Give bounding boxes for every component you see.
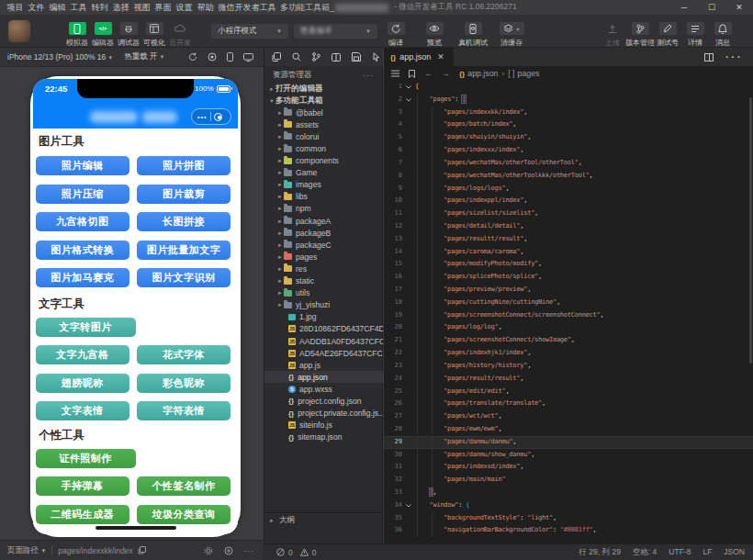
tree-item-static[interactable]: ▸static — [264, 275, 383, 287]
hot-reload-toggle[interactable]: 热重载 开▼ — [117, 51, 168, 62]
breadcrumb-node[interactable]: pages — [518, 69, 540, 78]
tree-item-res[interactable]: ▸res — [264, 263, 383, 274]
tree-section[interactable]: ▾多功能工具箱 — [264, 95, 383, 106]
tool-button[interactable]: 证件照制作 — [36, 449, 136, 468]
tree-item-1.jpg[interactable]: 1.jpg — [264, 311, 383, 323]
tool-button[interactable]: 长图拼接 — [137, 212, 230, 231]
编译-button[interactable]: 编译 — [376, 22, 415, 48]
device-select[interactable]: iPhone 12/13 (Pro) 100% 16▼ — [0, 52, 117, 62]
editor-scrollbar[interactable] — [749, 97, 752, 364]
tree-item-libs[interactable]: ▸libs — [264, 191, 383, 203]
user-avatar[interactable] — [8, 20, 30, 42]
nav-back-icon[interactable]: ← — [424, 69, 433, 78]
测试号-button[interactable]: 测试号 — [654, 22, 681, 48]
copy-icon[interactable] — [138, 546, 146, 554]
menu-item[interactable]: 选择 — [110, 0, 131, 15]
more-icon[interactable]: ··· — [244, 546, 255, 555]
tool-button[interactable]: 二维码生成器 — [36, 505, 129, 524]
tool-button[interactable]: 文字表情 — [36, 401, 129, 420]
language-mode[interactable]: JSON — [724, 547, 745, 558]
tree-item-project.config.json[interactable]: {}project.config.json — [264, 395, 383, 407]
tool-button[interactable]: 照片压缩 — [36, 185, 129, 204]
tool-button[interactable]: 文字九宫格 — [36, 345, 129, 364]
tool-button[interactable]: 花式字体 — [137, 345, 230, 364]
tree-item-npm[interactable]: ▸npm — [264, 203, 383, 215]
版本管理-button[interactable]: 版本管理 — [626, 22, 654, 48]
minimize-button[interactable]: ─ — [670, 0, 698, 15]
tree-item-packageC[interactable]: ▸packageC — [264, 239, 383, 251]
tool-button[interactable]: 字符表情 — [137, 401, 230, 420]
tree-item-28D10862FD6437CF4D...[interactable]: JS28D10862FD6437CF4D... — [264, 323, 383, 335]
outline-section[interactable]: ▸大纲 — [264, 512, 383, 527]
encoding[interactable]: UTF-8 — [669, 547, 691, 558]
menu-item[interactable]: 界面 — [152, 0, 174, 15]
tree-item-yj_yishuzi[interactable]: ▸yj_yishuzi — [264, 299, 383, 311]
mode-select[interactable]: 小程序模式▼ — [211, 24, 288, 39]
menu-item[interactable]: 文件 — [26, 0, 47, 15]
tree-item-assets[interactable]: ▸assets — [264, 118, 383, 130]
tree-item-siteinfo.js[interactable]: JSsiteinfo.js — [264, 420, 383, 431]
menu-item[interactable]: 设置 — [174, 0, 195, 15]
模拟器-button[interactable]: 模拟器 — [64, 22, 90, 48]
真机调试-button[interactable]: 真机调试 — [454, 22, 492, 48]
可视化-button[interactable]: 可视化 — [141, 22, 167, 48]
menu-item[interactable]: 转到 — [89, 0, 110, 15]
详情-button[interactable]: 详情 — [681, 22, 709, 48]
tree-item-app.wxss[interactable]: Sapp.wxss — [264, 383, 383, 395]
tool-button[interactable]: 彩色昵称 — [137, 374, 230, 393]
tab-app-json[interactable]: {} app.json ✕ — [384, 48, 454, 66]
menu-item[interactable]: 帮助 — [195, 0, 216, 15]
menu-item[interactable]: 编辑 — [47, 0, 68, 15]
compile-mode-select[interactable]: 普通编译▼ — [294, 24, 377, 39]
调试器-button[interactable]: 调试器 — [116, 22, 141, 48]
more-actions-icon[interactable]: ··· — [363, 71, 383, 80]
tree-item-pages[interactable]: ▸pages — [264, 251, 383, 263]
tree-item-colorui[interactable]: ▸colorui — [264, 130, 383, 142]
capsule-menu[interactable]: ••• — [191, 108, 231, 125]
编辑器-button[interactable]: </>编辑器 — [90, 22, 116, 48]
tool-button[interactable]: 图片裁剪 — [137, 185, 230, 204]
indent-setting[interactable]: 空格: 4 — [633, 547, 657, 558]
tree-item-Game[interactable]: ▸Game — [264, 167, 383, 179]
close-tab-icon[interactable]: ✕ — [437, 52, 444, 62]
tree-item-packageB[interactable]: ▸packageB — [264, 227, 383, 239]
menu-item[interactable]: 项目 — [5, 0, 26, 15]
tool-button[interactable]: 文字转图片 — [36, 318, 136, 337]
menu-item[interactable]: 工具 — [68, 0, 89, 15]
tree-item-project.private.config.js...[interactable]: {}project.private.config.js... — [264, 408, 383, 420]
tree-item-AD54AE26FD6437CFC...[interactable]: JSAD54AE26FD6437CFC... — [264, 347, 383, 359]
errors-icon[interactable] — [276, 548, 285, 556]
云开发-button[interactable]: 云开发 — [167, 22, 193, 48]
tool-button[interactable]: 翅膀昵称 — [36, 374, 129, 393]
split-editor-icon[interactable] — [704, 53, 714, 62]
tree-item-common[interactable]: ▸common — [264, 142, 383, 154]
menu-item[interactable]: 微信开发者工具 — [216, 0, 278, 15]
tree-item-AADDB1A0FD6437CFC...[interactable]: JSAADDB1A0FD6437CFC... — [264, 335, 383, 347]
预览-button[interactable]: 预览 — [415, 22, 454, 48]
清缓存-button[interactable]: ▾清缓存 — [492, 22, 531, 48]
tree-item-components[interactable]: ▸components — [264, 155, 383, 167]
消息-button[interactable]: 消息 — [709, 22, 736, 48]
menu-item[interactable]: 视图 — [131, 0, 152, 15]
nav-forward-icon[interactable]: → — [442, 69, 450, 78]
eol[interactable]: LF — [702, 547, 712, 558]
page-path-label[interactable]: 页面路径 ▼ — [0, 545, 46, 556]
tree-item-utils[interactable]: ▸utils — [264, 287, 383, 299]
code-area[interactable]: 1{2"pages": [3"pages/indexxkk/index",4"p… — [384, 81, 753, 543]
tree-item-images[interactable]: ▸images — [264, 179, 383, 191]
tool-button[interactable]: 图片批量加文字 — [137, 241, 230, 260]
warnings-icon[interactable] — [300, 548, 309, 556]
tree-item-sitemap.json[interactable]: {}sitemap.json — [264, 431, 383, 443]
tree-item-app.js[interactable]: JSapp.js — [264, 359, 383, 371]
tree-item-@babel[interactable]: ▸@babel — [264, 106, 383, 118]
tool-button[interactable]: 图片格式转换 — [36, 241, 129, 260]
breadcrumb-file[interactable]: app.json — [467, 69, 498, 78]
上传-button[interactable]: 上传 — [599, 22, 626, 48]
tree-item-app.json[interactable]: {}app.json — [264, 371, 383, 383]
tree-section[interactable]: ▸打开的编辑器 — [264, 83, 383, 95]
close-button[interactable]: ✕ — [725, 0, 753, 15]
tool-button[interactable]: 照片编辑 — [36, 156, 129, 175]
tool-button[interactable]: 垃圾分类查询 — [137, 505, 230, 524]
tool-button[interactable]: 图片文字识别 — [137, 268, 230, 287]
maximize-button[interactable]: ☐ — [698, 0, 725, 15]
